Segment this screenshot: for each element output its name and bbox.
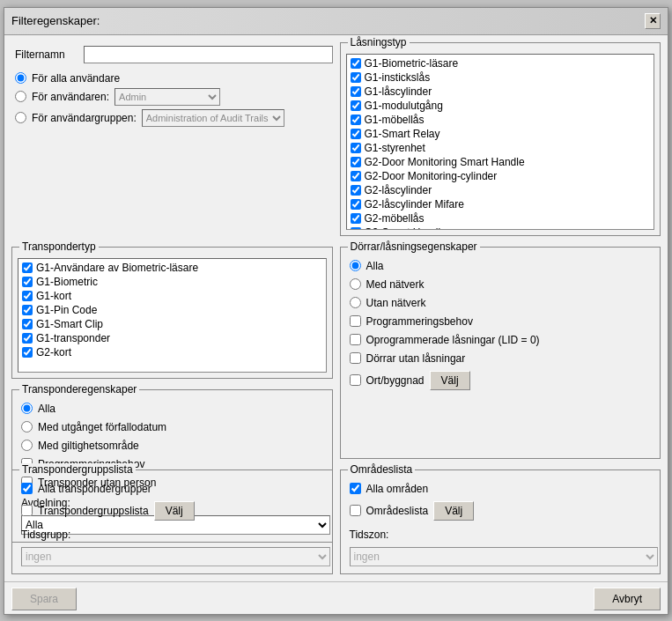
- tg-inner: Alla transpondergrupper Transpondergrupp…: [18, 481, 327, 568]
- footer: Spara Avbryt: [4, 581, 668, 614]
- filter-name-input[interactable]: [84, 46, 333, 63]
- radio-group[interactable]: [15, 112, 26, 123]
- lasning-item-check[interactable]: [351, 213, 361, 224]
- transponder-props-title: Transponderegenskaper: [19, 383, 139, 396]
- dp-programm-check[interactable]: [350, 315, 361, 327]
- dp-med-natverk-radio[interactable]: [350, 278, 361, 290]
- dp-alla-row: Alla: [346, 258, 655, 274]
- dp-utan-natverk-radio[interactable]: [350, 297, 361, 308]
- lasning-list-item: G2-Smart Handle: [349, 225, 653, 230]
- tg-alla-row: Alla transpondergrupper: [18, 481, 327, 497]
- dp-valj-button[interactable]: Välj: [430, 371, 470, 390]
- transponder-item-check[interactable]: [22, 319, 33, 329]
- lasning-item-check[interactable]: [351, 115, 361, 125]
- transponder-item-check[interactable]: [22, 262, 33, 273]
- transponder-item-check[interactable]: [22, 333, 33, 344]
- user-select[interactable]: Admin: [114, 88, 220, 106]
- radio-user[interactable]: [15, 91, 26, 102]
- lasning-item-check[interactable]: [351, 72, 361, 83]
- filter-dialog: Filteregenskaper: ✕ Filternamn För alla …: [4, 7, 668, 615]
- tidsgrupp-select[interactable]: ingen: [21, 547, 330, 566]
- tidszon-label: Tidszon:: [346, 525, 655, 543]
- ol-valj-button[interactable]: Välj: [433, 501, 474, 521]
- transponder-item-check[interactable]: [22, 347, 33, 358]
- door-props-title: Dörrar/låsningsegenskaper: [348, 240, 480, 253]
- tg-alla-check[interactable]: [21, 483, 33, 494]
- lasning-item-check[interactable]: [351, 86, 361, 97]
- tp-alla-row: Alla: [18, 401, 327, 417]
- dp-ort-row: Ort/byggnad Välj: [346, 369, 655, 392]
- lasning-item-check[interactable]: [351, 58, 361, 69]
- group-select[interactable]: Administration of Audit Trails: [142, 109, 284, 127]
- save-button[interactable]: Spara: [11, 588, 77, 610]
- lasning-item-label: G2-låscylinder Mifare: [365, 198, 464, 211]
- dp-programm-label: Programmeringsbehov: [366, 315, 473, 328]
- lasning-list-item: G1-Smart Relay: [349, 127, 653, 141]
- dp-ort-check[interactable]: [350, 374, 361, 386]
- transponder-item-check[interactable]: [22, 305, 33, 315]
- tp-alla-radio[interactable]: [21, 403, 33, 414]
- dp-dorrar-check[interactable]: [350, 352, 361, 364]
- lasning-list-item: G1-möbellås: [349, 113, 653, 127]
- transponder-item-check[interactable]: [22, 291, 33, 301]
- transponder-group-list-title: Transpondergruppslista: [19, 463, 136, 476]
- transpondertyp-list[interactable]: G1-Användare av Biometric-läsareG1-Biome…: [18, 258, 327, 373]
- lasning-item-check[interactable]: [351, 199, 361, 210]
- dialog-content: Filternamn För alla användare För använd…: [4, 35, 668, 581]
- ol-alla-check[interactable]: [350, 483, 361, 494]
- lasning-list-item: G1-instickslås: [349, 70, 653, 85]
- lasning-item-label: G2-Door Monitoring Smart Handle: [365, 156, 525, 168]
- dp-ort-label: Ort/byggnad: [366, 374, 425, 387]
- tp-giltighet-row: Med giltighetsområde: [18, 438, 327, 454]
- lasning-item-check[interactable]: [351, 171, 361, 181]
- tidszon-select[interactable]: ingen: [350, 547, 659, 566]
- lasning-item-check[interactable]: [351, 157, 361, 167]
- lasning-item-check[interactable]: [351, 227, 361, 230]
- lasning-item-label: G1-instickslås: [365, 71, 431, 84]
- user-scope-group: För alla användare För användaren: Admin…: [11, 70, 333, 129]
- lasning-item-label: G1-Smart Relay: [365, 128, 440, 140]
- transponder-item-check[interactable]: [22, 277, 33, 287]
- lasning-item-label: G2-Door Monitoring-cylinder: [365, 170, 498, 182]
- lasning-list-item: G2-låscylinder Mifare: [349, 197, 653, 211]
- right-bottom: Områdeslista Alla områden Områdeslista V…: [340, 464, 661, 574]
- lasning-item-check[interactable]: [351, 185, 361, 196]
- tg-lista-check[interactable]: [21, 505, 33, 516]
- close-button[interactable]: ✕: [645, 13, 661, 29]
- ol-lista-check[interactable]: [350, 505, 361, 516]
- dp-oprogramm-check[interactable]: [350, 334, 361, 345]
- dp-programm-row: Programmeringsbehov: [346, 314, 655, 329]
- lasning-list-item: G2-möbellås: [349, 211, 653, 225]
- tp-giltighet-radio[interactable]: [21, 440, 33, 451]
- top-section: Filternamn För alla användare För använd…: [11, 42, 661, 236]
- lasning-item-check[interactable]: [351, 129, 361, 139]
- tg-lista-label: Transpondergruppslista: [38, 505, 149, 517]
- dp-med-natverk-row: Med nätverk: [346, 277, 655, 292]
- tp-utgaenget-radio[interactable]: [21, 421, 33, 432]
- transponder-item-label: G1-Pin Code: [36, 304, 97, 316]
- radio-all-users-label: För alla användare: [32, 72, 120, 85]
- radio-all-users[interactable]: [15, 72, 26, 84]
- transpondertyp-title: Transpondertyp: [19, 240, 99, 253]
- tp-utgaenget-row: Med utgånget förfallodatum: [18, 419, 327, 435]
- lasning-list-item: G1-låscylinder: [349, 85, 653, 99]
- lasningstyp-list[interactable]: G1-Biometric-läsareG1-instickslåsG1-låsc…: [346, 54, 655, 230]
- radio-user-row: För användaren: Admin: [15, 88, 329, 106]
- ol-lista-label: Områdeslista: [366, 505, 429, 517]
- dp-utan-natverk-row: Utan nätverk: [346, 295, 655, 311]
- ol-inner: Alla områden Områdeslista Välj Tidszon: …: [346, 481, 655, 568]
- lasning-item-check[interactable]: [351, 100, 361, 111]
- lasning-list-item: G1-Biometric-läsare: [349, 56, 653, 70]
- cancel-button[interactable]: Avbryt: [594, 588, 661, 610]
- dp-alla-label: Alla: [366, 260, 384, 272]
- left-top: Filternamn För alla användare För använd…: [11, 42, 333, 236]
- omrades-list-title: Områdeslista: [348, 463, 416, 476]
- lasning-item-check[interactable]: [351, 143, 361, 153]
- dp-dorrar-label: Dörrar utan låsningar: [366, 352, 466, 365]
- transponder-list-item: G1-Biometric: [20, 275, 324, 289]
- dialog-title: Filteregenskaper:: [11, 14, 100, 27]
- transponder-list-item: G1-Pin Code: [20, 303, 324, 317]
- tg-valj-button[interactable]: Välj: [154, 501, 195, 521]
- dp-alla-radio[interactable]: [350, 260, 361, 271]
- tg-alla-label: Alla transpondergrupper: [38, 483, 151, 495]
